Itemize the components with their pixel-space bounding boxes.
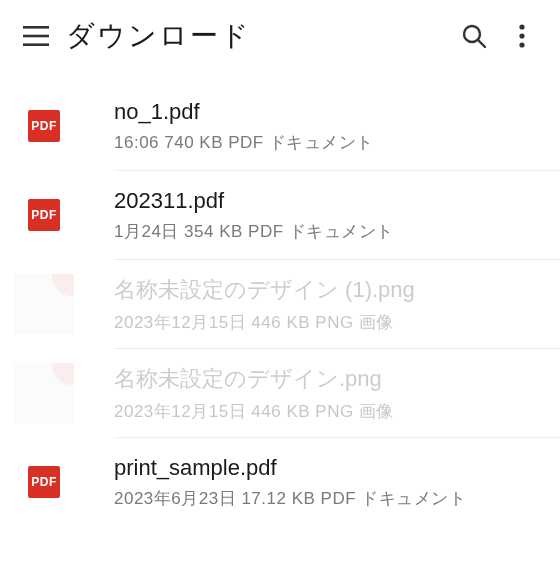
file-thumbnail — [14, 363, 74, 423]
svg-rect-0 — [23, 26, 49, 29]
svg-point-5 — [519, 24, 524, 29]
more-button[interactable] — [498, 12, 546, 60]
list-item[interactable]: 名称未設定のデザイン.png 2023年12月15日 446 KB PNG 画像 — [0, 349, 560, 437]
file-thumbnail: PDF — [14, 96, 74, 156]
list-item[interactable]: 名称未設定のデザイン (1).png 2023年12月15日 446 KB PN… — [0, 260, 560, 348]
file-name: print_sample.pdf — [114, 455, 560, 481]
file-meta: 2023年12月15日 446 KB PNG 画像 — [114, 400, 560, 423]
pdf-icon: PDF — [28, 110, 60, 142]
list-item[interactable]: PDF 202311.pdf 1月24日 354 KB PDF ドキュメント — [0, 171, 560, 259]
file-name: 名称未設定のデザイン (1).png — [114, 275, 560, 305]
file-thumbnail: PDF — [14, 452, 74, 512]
app-header: ダウンロード — [0, 0, 560, 72]
more-vert-icon — [519, 24, 525, 48]
svg-rect-1 — [23, 35, 49, 38]
file-meta: 16:06 740 KB PDF ドキュメント — [114, 131, 560, 154]
search-button[interactable] — [450, 12, 498, 60]
file-name: 名称未設定のデザイン.png — [114, 364, 560, 394]
svg-point-6 — [519, 33, 524, 38]
file-meta: 1月24日 354 KB PDF ドキュメント — [114, 220, 560, 243]
search-icon — [461, 23, 487, 49]
svg-rect-2 — [23, 43, 49, 46]
pdf-icon: PDF — [28, 466, 60, 498]
svg-line-4 — [478, 40, 485, 47]
file-thumbnail — [14, 274, 74, 334]
image-thumbnail — [14, 274, 74, 334]
file-info: no_1.pdf 16:06 740 KB PDF ドキュメント — [114, 99, 560, 154]
menu-button[interactable] — [14, 14, 58, 58]
file-info: 202311.pdf 1月24日 354 KB PDF ドキュメント — [114, 188, 560, 243]
file-meta: 2023年6月23日 17.12 KB PDF ドキュメント — [114, 487, 560, 510]
list-item[interactable]: PDF print_sample.pdf 2023年6月23日 17.12 KB… — [0, 438, 560, 526]
hamburger-icon — [23, 26, 49, 46]
file-name: no_1.pdf — [114, 99, 560, 125]
file-info: print_sample.pdf 2023年6月23日 17.12 KB PDF… — [114, 455, 560, 510]
file-name: 202311.pdf — [114, 188, 560, 214]
image-thumbnail — [14, 363, 74, 423]
file-meta: 2023年12月15日 446 KB PNG 画像 — [114, 311, 560, 334]
file-list: PDF no_1.pdf 16:06 740 KB PDF ドキュメント PDF… — [0, 82, 560, 526]
file-info: 名称未設定のデザイン.png 2023年12月15日 446 KB PNG 画像 — [114, 364, 560, 423]
list-item[interactable]: PDF no_1.pdf 16:06 740 KB PDF ドキュメント — [0, 82, 560, 170]
page-title: ダウンロード — [66, 17, 450, 55]
pdf-icon: PDF — [28, 199, 60, 231]
file-info: 名称未設定のデザイン (1).png 2023年12月15日 446 KB PN… — [114, 275, 560, 334]
file-thumbnail: PDF — [14, 185, 74, 245]
svg-point-7 — [519, 42, 524, 47]
